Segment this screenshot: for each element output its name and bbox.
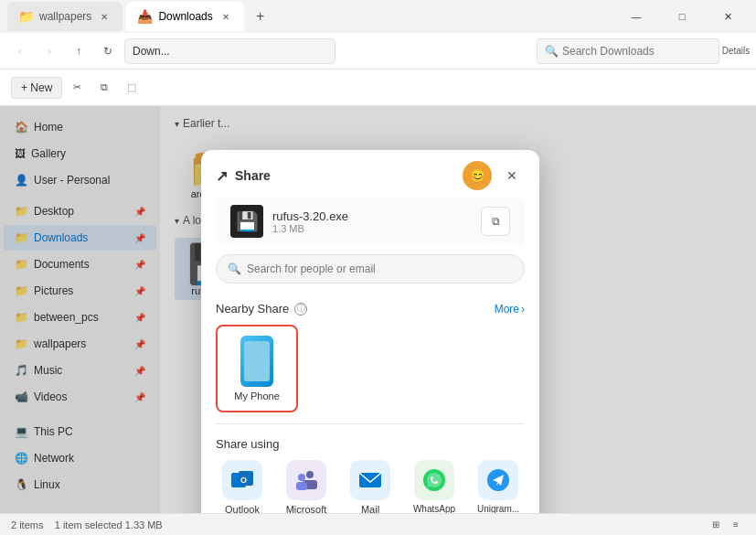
paste-button[interactable]: ⬚: [119, 75, 144, 101]
nearby-share-text: Nearby Share: [216, 302, 289, 316]
device-name: My Phone: [234, 391, 280, 401]
search-box: 🔍: [537, 38, 719, 64]
status-bar: 2 items 1 item selected 1.33 MB ⊞ ≡: [0, 513, 756, 535]
grid-view-button[interactable]: ⊞: [707, 516, 725, 534]
file-info: rufus-3.20.exe 1.3 MB: [272, 209, 472, 234]
new-label: + New: [21, 81, 52, 94]
app-name: WhatsAppInstall ↓: [413, 504, 455, 513]
tab-label: Downloads: [158, 10, 212, 23]
maximize-button[interactable]: □: [661, 2, 703, 31]
more-button[interactable]: More ›: [495, 303, 525, 316]
exe-file-icon: 💾: [230, 205, 263, 238]
search-people-input[interactable]: [247, 262, 513, 275]
address-input[interactable]: Down...: [124, 38, 335, 64]
nearby-share-section: Nearby Share ⓘ More ›: [201, 293, 539, 321]
dialog-divider: [216, 423, 525, 424]
unigram-app[interactable]: Unigram...Install ↓: [472, 460, 525, 513]
file-explorer-window: 📁 wallpapers ✕ 📥 Downloads ✕ + — □ ✕ ‹ ›…: [0, 0, 756, 535]
phone-icon: [240, 336, 273, 387]
tab-wallpapers[interactable]: 📁 wallpapers ✕: [7, 2, 122, 31]
copy-button[interactable]: ⧉: [91, 75, 117, 101]
teams-app[interactable]: Microsoft Teams...: [280, 460, 333, 513]
close-tab-icon[interactable]: ✕: [218, 9, 233, 24]
svg-point-3: [306, 471, 314, 478]
folder-download-icon: 📥: [137, 9, 153, 24]
new-tab-button[interactable]: +: [248, 4, 273, 29]
view-buttons: ⊞ ≡: [707, 516, 745, 534]
dialog-title: ↗ Share: [216, 167, 271, 185]
list-view-button[interactable]: ≡: [727, 516, 745, 534]
whatsapp-icon: [414, 460, 454, 500]
item-count: 2 items: [11, 519, 43, 530]
app-name: Mail: [361, 504, 379, 513]
tab-label: wallpapers: [39, 10, 91, 23]
search-people-box: 🔍: [216, 254, 525, 284]
avatar: 😊: [463, 161, 492, 190]
forward-button[interactable]: ›: [37, 38, 62, 64]
address-bar: ‹ › ↑ ↻ Down... 🔍 Details: [0, 33, 756, 70]
minimize-button[interactable]: —: [615, 2, 657, 31]
dialog-header-right: 😊 ✕: [463, 161, 525, 190]
app-name: Microsoft Teams...: [280, 504, 333, 513]
app-name: Outlook: [225, 504, 260, 513]
details-label: Details: [722, 46, 751, 56]
search-icon: 🔍: [545, 45, 559, 58]
breadcrumb: Down...: [133, 45, 170, 58]
devices-row: My Phone: [201, 321, 539, 416]
outlook-icon: O: [222, 460, 262, 500]
nearby-share-label: Nearby Share ⓘ: [216, 302, 307, 316]
search-input[interactable]: [562, 45, 699, 58]
whatsapp-app[interactable]: WhatsAppInstall ↓: [408, 460, 461, 513]
my-phone-device[interactable]: My Phone: [216, 325, 298, 412]
folder-icon: 📁: [18, 9, 34, 24]
toolbar: + New ✂ ⧉ ⬚: [0, 70, 756, 106]
copy-link-button[interactable]: ⧉: [481, 207, 510, 236]
dialog-title-text: Share: [235, 168, 271, 183]
cut-button[interactable]: ✂: [64, 75, 90, 101]
svg-rect-6: [296, 482, 307, 490]
close-button[interactable]: ✕: [499, 163, 525, 188]
share-using-label: Share using: [201, 432, 539, 456]
teams-icon: [286, 460, 326, 500]
refresh-button[interactable]: ↻: [95, 38, 121, 64]
more-label: More: [495, 303, 519, 316]
apps-row: O Outlook Microsoft: [201, 456, 539, 513]
phone-screen: [244, 341, 270, 381]
info-icon[interactable]: ⓘ: [294, 303, 307, 316]
dialog-header: ↗ Share 😊 ✕: [201, 150, 539, 198]
chevron-right-icon: ›: [521, 303, 525, 316]
up-button[interactable]: ↑: [66, 38, 91, 64]
close-tab-icon[interactable]: ✕: [97, 9, 112, 24]
file-size: 1.3 MB: [272, 223, 472, 234]
close-button[interactable]: ✕: [707, 2, 749, 31]
tab-bar: 📁 wallpapers ✕ 📥 Downloads ✕ + — □ ✕: [0, 0, 756, 33]
search-icon: 🔍: [228, 262, 241, 275]
back-button[interactable]: ‹: [7, 38, 33, 64]
status-count: 2 items 1 item selected 1.33 MB: [11, 519, 163, 530]
details-button[interactable]: Details: [723, 38, 749, 64]
main-layout: 🏠 Home 🖼 Gallery 👤 User - Personal 📁 Des…: [0, 106, 756, 513]
unigram-icon: [478, 460, 518, 500]
shared-file-row: 💾 rufus-3.20.exe 1.3 MB ⧉: [216, 198, 525, 245]
app-name: Unigram...Install ↓: [477, 504, 519, 513]
share-dialog: ↗ Share 😊 ✕ 💾 rufus-3.20.exe 1.3 MB: [201, 150, 539, 513]
mail-icon: [350, 460, 390, 500]
file-name: rufus-3.20.exe: [272, 209, 472, 223]
avatar-emoji: 😊: [470, 168, 485, 183]
mail-app[interactable]: Mail: [344, 460, 397, 513]
selected-info: 1 item selected 1.33 MB: [55, 519, 163, 530]
svg-point-5: [298, 474, 305, 481]
outlook-app[interactable]: O Outlook: [216, 460, 269, 513]
share-icon: ↗: [216, 167, 228, 185]
tab-downloads[interactable]: 📥 Downloads ✕: [126, 2, 243, 31]
new-button[interactable]: + New: [11, 77, 62, 99]
svg-text:O: O: [240, 476, 247, 485]
